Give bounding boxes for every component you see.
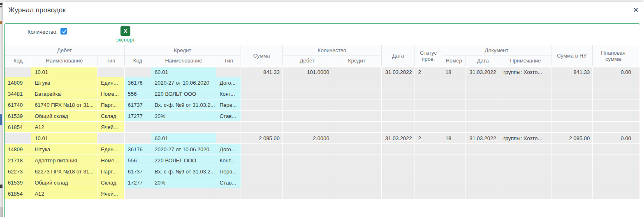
cell-qty_credit[interactable] <box>332 99 382 111</box>
cell-doc_note[interactable]: группы: Хозто... <box>500 133 551 144</box>
cell-debit_name[interactable]: 10.01 <box>31 133 97 144</box>
cell-credit_type[interactable]: Став... <box>216 111 241 122</box>
cell-doc_number[interactable] <box>442 88 466 99</box>
cell-status[interactable] <box>415 88 442 99</box>
cell-planned_sum[interactable] <box>593 144 634 155</box>
cell-planned_sum[interactable] <box>593 188 634 199</box>
cell-date[interactable]: 31.03.2022 <box>382 133 415 144</box>
cell-qty_credit[interactable] <box>332 88 382 99</box>
cell-planned_sum[interactable] <box>593 88 634 99</box>
cell-status[interactable] <box>415 122 442 133</box>
cell-sum_nu[interactable] <box>551 177 593 188</box>
cell-status[interactable] <box>415 155 442 166</box>
cell-credit_name[interactable]: 20% <box>151 177 216 188</box>
cell-credit_name[interactable]: 60.01 <box>151 133 216 144</box>
cell-debit_type[interactable]: Един... <box>97 77 124 88</box>
cell-debit_type[interactable]: Парт... <box>97 166 124 177</box>
cell-qty_debit[interactable] <box>283 77 332 88</box>
cell-qty_debit[interactable] <box>283 155 332 166</box>
cell-credit_code[interactable]: 61737 <box>125 166 151 177</box>
posting-detail-row[interactable]: 61539Общий складСклад1727720%Став... <box>5 111 640 122</box>
cell-doc_date[interactable] <box>466 177 500 188</box>
cell-status[interactable]: 2 <box>415 66 442 77</box>
cell-sum[interactable] <box>241 111 283 122</box>
cell-qty_debit[interactable]: 2.0000 <box>283 133 332 144</box>
cell-qty_debit[interactable]: 101.0000 <box>283 66 332 77</box>
cell-debit_code[interactable] <box>5 66 31 77</box>
cell-status[interactable] <box>415 188 442 199</box>
cell-planned_sum[interactable]: 0.00 <box>593 66 634 77</box>
cell-credit_code[interactable]: 17277 <box>125 177 151 188</box>
cell-sum[interactable] <box>241 155 283 166</box>
cell-qty_credit[interactable] <box>332 111 382 122</box>
cell-credit_name[interactable]: 2020-27 от 10.06.2020 <box>151 144 216 155</box>
cell-qty_credit[interactable] <box>332 155 382 166</box>
cell-planned_sum[interactable] <box>593 99 634 111</box>
cell-qty_debit[interactable] <box>283 166 332 177</box>
cell-doc_note[interactable]: группы: Хозто... <box>500 66 551 77</box>
cell-qty_debit[interactable] <box>283 99 332 111</box>
cell-status[interactable] <box>415 111 442 122</box>
cell-debit_code[interactable]: 62273 <box>5 166 31 177</box>
cell-doc_number[interactable] <box>442 144 466 155</box>
cell-qty_credit[interactable] <box>332 166 382 177</box>
cell-sum[interactable] <box>241 166 283 177</box>
cell-planned_sum[interactable] <box>593 166 634 177</box>
posting-detail-row[interactable]: 6227362273 ПРХ №18 от 31...Парт...61737В… <box>5 166 640 177</box>
posting-detail-row[interactable]: 34481БатарейкаНоме...556220 ВОЛЬТ ОООКон… <box>5 88 640 99</box>
cell-date[interactable] <box>382 88 415 99</box>
cell-planned_sum[interactable] <box>593 122 634 133</box>
cell-doc_number[interactable] <box>442 177 466 188</box>
cell-date[interactable] <box>382 177 415 188</box>
cell-credit_name[interactable]: Вх. с-ф. №9 от 31.03.2... <box>151 99 216 111</box>
cell-debit_code[interactable]: 61854 <box>5 188 31 199</box>
posting-group-row[interactable]: 10.0160.012 095.002.000031.03.202221831.… <box>5 133 640 144</box>
cell-sum_nu[interactable] <box>551 99 593 111</box>
cell-date[interactable] <box>382 77 415 88</box>
cell-doc_number[interactable] <box>442 166 466 177</box>
cell-debit_name[interactable]: Штука <box>31 144 97 155</box>
cell-planned_sum[interactable] <box>593 77 634 88</box>
cell-doc_number[interactable] <box>442 122 466 133</box>
cell-credit_code[interactable]: 36176 <box>125 77 151 88</box>
cell-sum[interactable]: 841.33 <box>241 66 283 77</box>
cell-debit_type[interactable]: Номе... <box>97 155 124 166</box>
cell-debit_type[interactable]: Парт... <box>97 99 124 111</box>
cell-credit_type[interactable]: Дого... <box>216 77 241 88</box>
cell-credit_type[interactable]: Перв... <box>216 166 241 177</box>
cell-debit_code[interactable]: 34481 <box>5 88 31 99</box>
cell-credit_name[interactable] <box>151 188 216 199</box>
cell-qty_debit[interactable] <box>283 122 332 133</box>
cell-debit_code[interactable]: 21718 <box>5 155 31 166</box>
cell-sum[interactable] <box>241 144 283 155</box>
cell-qty_credit[interactable] <box>332 77 382 88</box>
cell-debit_code[interactable] <box>5 133 31 144</box>
cell-qty_credit[interactable] <box>332 133 382 144</box>
cell-date[interactable] <box>382 144 415 155</box>
cell-qty_credit[interactable] <box>332 122 382 133</box>
cell-planned_sum[interactable] <box>593 111 634 122</box>
cell-doc_note[interactable] <box>500 88 551 99</box>
cell-credit_type[interactable]: Став... <box>216 177 241 188</box>
cell-qty_debit[interactable] <box>283 111 332 122</box>
cell-sum_nu[interactable] <box>551 188 593 199</box>
cell-doc_note[interactable] <box>500 111 551 122</box>
cell-debit_type[interactable]: Ячей... <box>97 188 124 199</box>
cell-doc_date[interactable]: 31.03.2022 <box>466 66 500 77</box>
cell-doc_note[interactable] <box>500 155 551 166</box>
cell-doc_note[interactable] <box>500 166 551 177</box>
cell-credit_name[interactable]: 220 ВОЛЬТ ООО <box>151 155 216 166</box>
cell-sum[interactable] <box>241 122 283 133</box>
cell-qty_credit[interactable] <box>332 66 382 77</box>
cell-doc_date[interactable] <box>466 88 500 99</box>
cell-status[interactable]: 2 <box>415 133 442 144</box>
cell-debit_code[interactable]: 14809 <box>5 144 31 155</box>
cell-debit_name[interactable]: 10.01 <box>31 66 97 77</box>
cell-debit_code[interactable]: 61740 <box>5 99 31 111</box>
posting-detail-row[interactable]: 21718Адаптер питанияНоме...556220 ВОЛЬТ … <box>5 155 640 166</box>
cell-date[interactable] <box>382 122 415 133</box>
cell-date[interactable] <box>382 166 415 177</box>
cell-credit_code[interactable] <box>125 66 151 77</box>
cell-sum[interactable] <box>241 88 283 99</box>
cell-doc_note[interactable] <box>500 188 551 199</box>
